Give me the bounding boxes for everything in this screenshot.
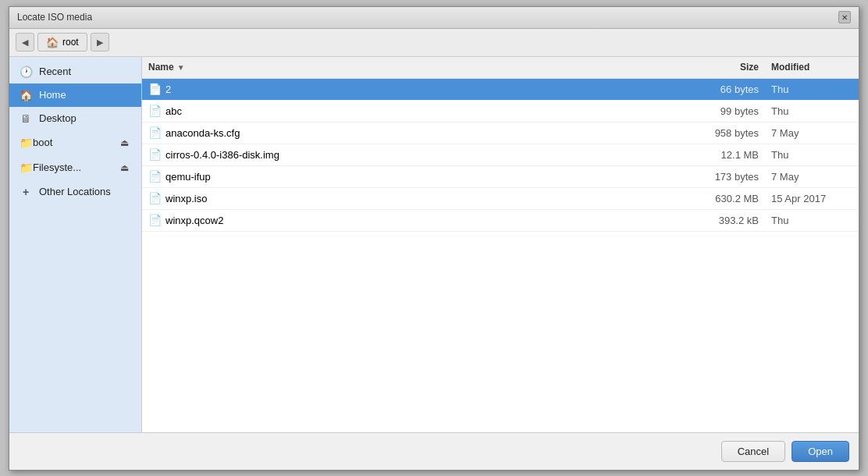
column-size[interactable]: Size bbox=[687, 62, 765, 73]
column-name[interactable]: Name ▼ bbox=[142, 62, 687, 73]
home-icon: 🏠 bbox=[46, 37, 59, 48]
table-row[interactable]: 📄266 bytesThu bbox=[142, 79, 859, 101]
sidebar-item-boot[interactable]: 📁 boot ⏏ bbox=[9, 130, 141, 155]
cancel-label: Cancel bbox=[738, 446, 769, 457]
sidebar: 🕐 Recent 🏠 Home 🖥 Desktop 📁 boot ⏏ bbox=[9, 57, 142, 432]
file-name-text: abc bbox=[165, 105, 182, 117]
open-label: Open bbox=[808, 446, 833, 457]
file-list: 📄266 bytesThu📄abc99 bytesThu📄anaconda-ks… bbox=[142, 79, 859, 432]
file-modified: 7 May bbox=[765, 171, 859, 183]
file-name-text: winxp.qcow2 bbox=[165, 215, 223, 226]
file-name: 📄cirros-0.4.0-i386-disk.img bbox=[142, 148, 687, 161]
recent-icon: 🕐 bbox=[19, 66, 33, 78]
cancel-button[interactable]: Cancel bbox=[721, 441, 785, 462]
boot-icon: 📁 bbox=[19, 137, 33, 149]
file-modified: Thu bbox=[765, 105, 859, 117]
close-icon: ✕ bbox=[841, 13, 848, 22]
breadcrumb-root[interactable]: 🏠 root bbox=[37, 33, 87, 52]
file-table-header: Name ▼ Size Modified bbox=[142, 57, 859, 79]
file-size: 173 bytes bbox=[687, 171, 765, 183]
file-name: 📄2 bbox=[142, 83, 687, 95]
file-icon: 📄 bbox=[148, 105, 161, 117]
locate-iso-dialog: Locate ISO media ✕ ◀ 🏠 root ▶ 🕐 Recent 🏠 bbox=[9, 6, 859, 471]
file-icon: 📄 bbox=[148, 170, 161, 183]
back-icon: ◀ bbox=[22, 37, 28, 48]
title-bar-left: Locate ISO media bbox=[17, 12, 92, 23]
file-modified: Thu bbox=[765, 149, 859, 161]
close-button[interactable]: ✕ bbox=[838, 11, 851, 23]
sidebar-item-other-locations[interactable]: + Other Locations bbox=[9, 180, 141, 204]
name-col-label: Name bbox=[148, 62, 174, 73]
sidebar-label-recent: Recent bbox=[39, 66, 71, 77]
file-name-text: winxp.iso bbox=[165, 193, 207, 204]
file-area: Name ▼ Size Modified 📄266 bytesThu📄abc99… bbox=[142, 57, 859, 432]
dialog-title: Locate ISO media bbox=[17, 12, 92, 23]
main-content: 🕐 Recent 🏠 Home 🖥 Desktop 📁 boot ⏏ bbox=[9, 57, 859, 432]
file-size: 630.2 MB bbox=[687, 193, 765, 204]
footer: Cancel Open bbox=[9, 432, 859, 470]
plus-icon: + bbox=[19, 186, 33, 198]
boot-eject-button[interactable]: ⏏ bbox=[117, 136, 132, 150]
open-button[interactable]: Open bbox=[792, 441, 849, 462]
size-col-label: Size bbox=[740, 62, 759, 73]
toolbar: ◀ 🏠 root ▶ bbox=[9, 29, 859, 57]
file-modified: Thu bbox=[765, 83, 859, 95]
filesystem-eject-button[interactable]: ⏏ bbox=[117, 161, 132, 175]
file-name-text: 2 bbox=[165, 83, 171, 95]
file-size: 393.2 kB bbox=[687, 215, 765, 226]
file-name: 📄anaconda-ks.cfg bbox=[142, 126, 687, 139]
table-row[interactable]: 📄winxp.iso630.2 MB15 Apr 2017 bbox=[142, 188, 859, 210]
file-icon: 📄 bbox=[148, 83, 161, 95]
home-icon: 🏠 bbox=[19, 89, 33, 101]
file-size: 99 bytes bbox=[687, 105, 765, 117]
table-row[interactable]: 📄qemu-ifup173 bytes7 May bbox=[142, 166, 859, 188]
filesystem-item-row: 📁 Filesyste... ⏏ bbox=[19, 161, 132, 175]
file-modified: 15 Apr 2017 bbox=[765, 193, 859, 204]
file-name-text: qemu-ifup bbox=[165, 171, 211, 183]
file-icon: 📄 bbox=[148, 192, 161, 204]
sidebar-item-desktop[interactable]: 🖥 Desktop bbox=[9, 107, 141, 130]
modified-col-label: Modified bbox=[771, 62, 809, 73]
table-row[interactable]: 📄cirros-0.4.0-i386-disk.img12.1 MBThu bbox=[142, 144, 859, 166]
breadcrumb-label: root bbox=[62, 37, 79, 48]
forward-button[interactable]: ▶ bbox=[91, 33, 109, 52]
sidebar-item-filesystem[interactable]: 📁 Filesyste... ⏏ bbox=[9, 155, 141, 180]
file-modified: 7 May bbox=[765, 127, 859, 139]
desktop-icon: 🖥 bbox=[19, 112, 33, 125]
file-icon: 📄 bbox=[148, 148, 161, 161]
sidebar-item-recent[interactable]: 🕐 Recent bbox=[9, 60, 141, 83]
table-row[interactable]: 📄winxp.qcow2393.2 kBThu bbox=[142, 210, 859, 232]
sidebar-label-other: Other Locations bbox=[39, 186, 111, 197]
title-bar: Locate ISO media ✕ bbox=[9, 7, 859, 29]
sidebar-label-desktop: Desktop bbox=[39, 112, 76, 124]
filesystem-icon: 📁 bbox=[19, 162, 33, 174]
column-modified[interactable]: Modified bbox=[765, 62, 859, 73]
sidebar-label-boot: boot bbox=[33, 137, 52, 148]
back-button[interactable]: ◀ bbox=[16, 33, 34, 52]
file-icon: 📄 bbox=[148, 214, 161, 226]
file-size: 12.1 MB bbox=[687, 149, 765, 161]
file-name: 📄abc bbox=[142, 105, 687, 117]
boot-item-row: 📁 boot ⏏ bbox=[19, 136, 132, 150]
file-icon: 📄 bbox=[148, 126, 161, 139]
table-row[interactable]: 📄abc99 bytesThu bbox=[142, 101, 859, 123]
file-size: 66 bytes bbox=[687, 83, 765, 95]
table-row[interactable]: 📄anaconda-ks.cfg958 bytes7 May bbox=[142, 123, 859, 144]
file-name-text: cirros-0.4.0-i386-disk.img bbox=[165, 149, 279, 161]
forward-icon: ▶ bbox=[97, 37, 103, 48]
sidebar-item-home[interactable]: 🏠 Home bbox=[9, 83, 141, 107]
sidebar-label-filesystem: Filesyste... bbox=[33, 162, 81, 173]
file-name: 📄winxp.qcow2 bbox=[142, 214, 687, 226]
file-size: 958 bytes bbox=[687, 127, 765, 139]
file-name: 📄winxp.iso bbox=[142, 192, 687, 204]
sort-arrow-icon: ▼ bbox=[177, 63, 185, 72]
file-name: 📄qemu-ifup bbox=[142, 170, 687, 183]
file-name-text: anaconda-ks.cfg bbox=[165, 127, 240, 139]
file-modified: Thu bbox=[765, 215, 859, 226]
sidebar-label-home: Home bbox=[39, 89, 66, 101]
